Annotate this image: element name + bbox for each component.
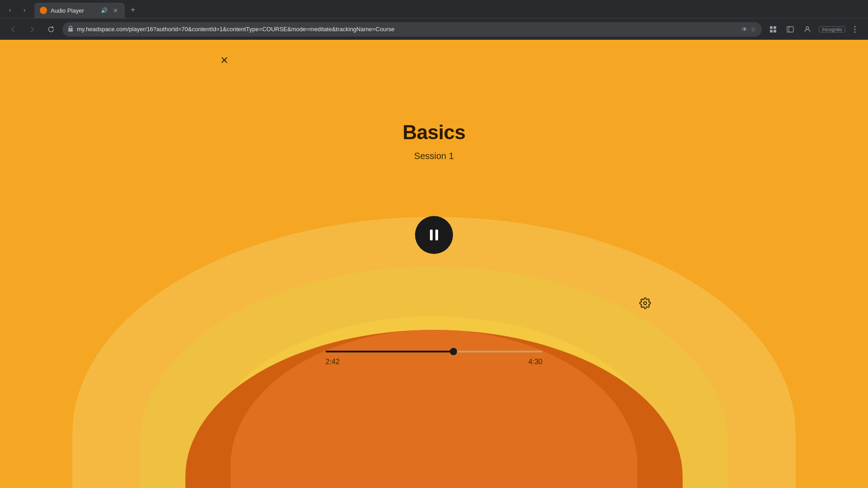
tab-close-button[interactable]: ✕ bbox=[111, 6, 119, 14]
tab-bar: ‹ › Audio Player 🔊 ✕ + bbox=[0, 0, 868, 18]
player-subtitle: Session 1 bbox=[403, 151, 466, 161]
new-tab-button[interactable]: + bbox=[127, 4, 139, 16]
current-time: 2:42 bbox=[326, 358, 340, 366]
svg-point-8 bbox=[854, 26, 856, 27]
incognito-label: Incognito bbox=[819, 26, 845, 33]
star-icon: ☆ bbox=[750, 26, 756, 33]
svg-rect-1 bbox=[770, 26, 773, 29]
progress-area: 2:42 4:30 bbox=[326, 351, 542, 366]
svg-rect-3 bbox=[770, 30, 773, 33]
svg-rect-5 bbox=[787, 27, 793, 32]
player-content: ✕ Basics Session 1 2:42 4:30 bbox=[0, 40, 868, 488]
address-bar-icons: 👁 ☆ bbox=[741, 26, 756, 33]
total-time: 4:30 bbox=[528, 358, 542, 366]
tab-favicon bbox=[40, 7, 47, 14]
svg-rect-2 bbox=[774, 26, 776, 29]
svg-point-7 bbox=[806, 27, 809, 29]
address-bar[interactable]: my.headspace.com/player/16?authorId=70&c… bbox=[62, 22, 762, 37]
active-tab[interactable]: Audio Player 🔊 ✕ bbox=[34, 3, 125, 18]
svg-point-10 bbox=[854, 31, 856, 33]
eye-off-icon: 👁 bbox=[741, 26, 748, 33]
progress-times: 2:42 4:30 bbox=[326, 358, 542, 366]
forward-button[interactable] bbox=[24, 22, 40, 37]
pause-bar-left bbox=[430, 230, 433, 240]
player-main-title: Basics bbox=[403, 121, 466, 144]
url-text: my.headspace.com/player/16?authorId=70&c… bbox=[77, 26, 738, 33]
settings-button[interactable] bbox=[639, 297, 651, 312]
pause-icon bbox=[430, 230, 438, 240]
progress-thumb[interactable] bbox=[450, 348, 457, 355]
svg-rect-4 bbox=[774, 30, 776, 33]
browser-toolbar: my.headspace.com/player/16?authorId=70&c… bbox=[0, 18, 868, 40]
profile-button[interactable] bbox=[800, 22, 815, 37]
menu-button[interactable] bbox=[847, 22, 863, 37]
player-title-area: Basics Session 1 bbox=[403, 121, 466, 161]
progress-track[interactable] bbox=[326, 351, 542, 352]
svg-point-9 bbox=[854, 28, 856, 30]
tab-nav-back[interactable]: ‹ bbox=[4, 4, 16, 16]
tab-nav-forward[interactable]: › bbox=[18, 4, 31, 16]
pause-button[interactable] bbox=[415, 216, 453, 254]
pause-bar-right bbox=[435, 230, 438, 240]
svg-rect-0 bbox=[68, 28, 73, 32]
lock-icon bbox=[68, 25, 73, 33]
reload-button[interactable] bbox=[43, 22, 59, 37]
progress-fill bbox=[326, 351, 453, 352]
tab-controls: ‹ › bbox=[4, 4, 31, 16]
back-button[interactable] bbox=[5, 22, 21, 37]
browser-chrome: ‹ › Audio Player 🔊 ✕ + my.headspace.com/… bbox=[0, 0, 868, 40]
extensions-button[interactable] bbox=[765, 22, 781, 37]
svg-point-11 bbox=[644, 302, 647, 305]
sidebar-button[interactable] bbox=[783, 22, 798, 37]
close-button[interactable]: ✕ bbox=[217, 53, 231, 68]
toolbar-right-buttons: Incognito bbox=[765, 22, 863, 37]
tab-title: Audio Player bbox=[51, 7, 97, 14]
tab-audio-icon: 🔊 bbox=[101, 7, 108, 14]
